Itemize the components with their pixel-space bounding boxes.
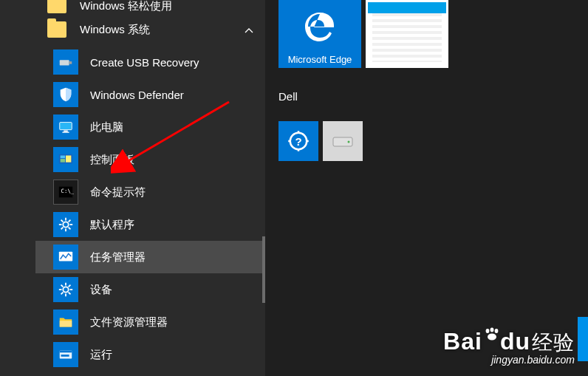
svg-line-29 [69, 285, 71, 287]
app-file-explorer[interactable]: 文件资源管理器 [35, 306, 265, 338]
start-menu-app-list: Windows 轻松使用 Windows 系统 Create USB Recov… [35, 0, 265, 376]
svg-point-41 [348, 141, 350, 143]
right-edge-tab[interactable] [578, 317, 588, 361]
svg-line-27 [69, 293, 71, 295]
app-label: 默认程序 [90, 218, 134, 232]
svg-rect-6 [61, 156, 65, 159]
svg-line-17 [69, 228, 71, 230]
svg-text:?: ? [295, 135, 301, 148]
svg-rect-2 [60, 123, 72, 130]
svg-point-21 [63, 287, 68, 292]
start-menu: Windows 轻松使用 Windows 系统 Create USB Recov… [0, 0, 265, 376]
svg-line-18 [61, 228, 64, 230]
gear-icon [53, 277, 78, 302]
terminal-icon: C:\_ [53, 180, 78, 205]
app-windows-defender[interactable]: Windows Defender [35, 78, 265, 111]
watermark-brand-bai: Bai [443, 328, 482, 355]
folder-icon [47, 21, 66, 38]
run-dialog-icon [53, 342, 78, 367]
control-panel-icon [53, 147, 78, 172]
app-create-usb-recovery[interactable]: Create USB Recovery [35, 46, 265, 78]
tile-dell-support[interactable]: ? [278, 121, 318, 161]
svg-point-45 [495, 329, 499, 333]
svg-line-28 [61, 293, 64, 295]
screenshot-thumbnail [368, 2, 446, 66]
app-task-manager[interactable]: 任务管理器 [35, 241, 265, 273]
monitor-icon [53, 114, 78, 140]
paw-icon [484, 319, 500, 332]
start-menu-tiles: Microsoft Edge Dell ? [265, 0, 588, 376]
folder-label: Windows 系统 [80, 23, 150, 37]
app-label: 运行 [90, 348, 112, 362]
tile-dell-drive[interactable] [323, 121, 363, 161]
svg-rect-32 [60, 351, 72, 353]
folder-open-icon [53, 310, 78, 335]
app-label: 命令提示符 [90, 185, 146, 199]
folder-icon [47, 0, 66, 13]
gear-question-icon: ? [287, 130, 310, 152]
app-label: 此电脑 [90, 120, 123, 134]
svg-rect-0 [60, 60, 69, 65]
svg-rect-1 [69, 61, 72, 64]
watermark-brand-cn: 经验 [532, 331, 575, 354]
svg-point-43 [486, 329, 490, 333]
svg-line-26 [61, 285, 64, 287]
app-this-pc[interactable]: 此电脑 [35, 111, 265, 143]
svg-rect-3 [64, 131, 68, 132]
app-label: 控制面板 [90, 153, 134, 167]
svg-line-16 [61, 220, 64, 222]
edge-icon [302, 0, 338, 54]
app-label: 文件资源管理器 [90, 315, 168, 329]
drive-icon [332, 133, 354, 149]
app-label: Create USB Recovery [90, 56, 199, 69]
tile-group-label[interactable]: Dell [278, 90, 298, 103]
tile-microsoft-edge[interactable]: Microsoft Edge [278, 0, 361, 68]
folder-windows-ease-of-access[interactable]: Windows 轻松使用 [35, 0, 265, 13]
app-run[interactable]: 运行 [35, 338, 265, 371]
chevron-up-icon [245, 25, 253, 34]
svg-rect-4 [62, 131, 69, 132]
svg-text:C:\_: C:\_ [61, 188, 74, 194]
watermark: Baidu经验 jingyan.baidu.com [443, 328, 575, 366]
tile-screenshot-app[interactable] [366, 0, 448, 68]
tile-label: Microsoft Edge [288, 54, 352, 65]
app-command-prompt[interactable]: C:\_ 命令提示符 [35, 176, 265, 208]
app-control-panel[interactable]: 控制面板 [35, 143, 265, 176]
folder-windows-system[interactable]: Windows 系统 [35, 13, 265, 46]
svg-line-19 [69, 220, 71, 222]
app-label: 设备 [90, 283, 112, 297]
app-devices[interactable]: 设备 [35, 273, 265, 306]
app-label: 任务管理器 [90, 250, 146, 264]
svg-rect-7 [61, 159, 65, 163]
svg-rect-30 [60, 321, 72, 327]
gear-icon [53, 212, 78, 237]
folder-label: Windows 轻松使用 [80, 0, 172, 13]
watermark-brand-du: du [500, 328, 530, 355]
svg-rect-33 [61, 355, 69, 357]
app-default-programs[interactable]: 默认程序 [35, 208, 265, 241]
app-label: Windows Defender [90, 89, 184, 101]
shield-icon [53, 82, 78, 107]
svg-point-44 [490, 328, 494, 332]
svg-point-46 [488, 334, 496, 341]
svg-rect-8 [66, 156, 71, 163]
task-manager-icon [53, 245, 78, 270]
usb-drive-icon [53, 49, 78, 75]
svg-point-11 [63, 222, 68, 227]
